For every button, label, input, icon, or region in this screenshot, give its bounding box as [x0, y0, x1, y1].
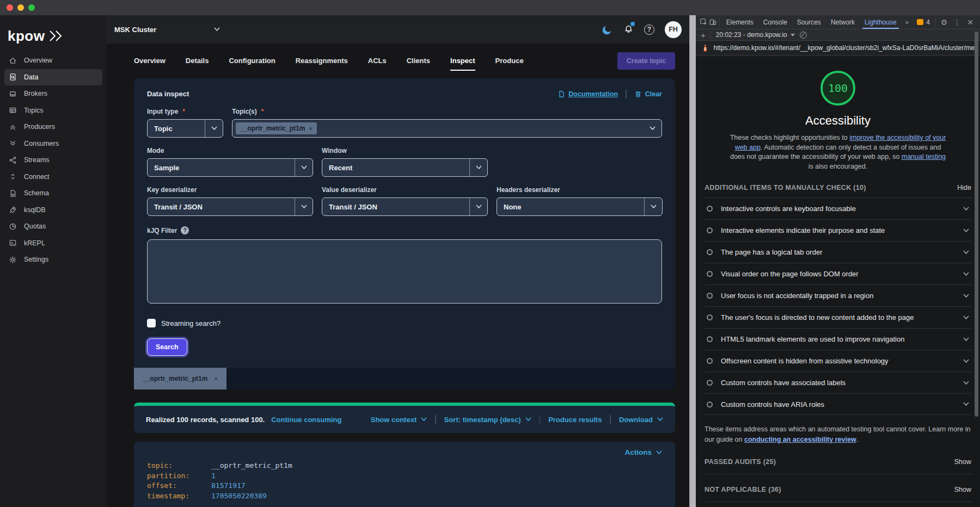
- value-deserializer-select[interactable]: Transit / JSON: [322, 197, 488, 216]
- tab-details[interactable]: Details: [186, 51, 209, 71]
- devtools-kebab-menu-icon[interactable]: ⋮: [951, 15, 964, 29]
- sidebar-item-ksqldb[interactable]: ksqlDB: [4, 202, 102, 219]
- more-tabs-chevrons[interactable]: »: [902, 15, 914, 29]
- close-result-tab-icon[interactable]: ×: [214, 375, 217, 382]
- devtools-tab-elements[interactable]: Elements: [721, 15, 758, 29]
- minimize-window-button[interactable]: [17, 4, 24, 11]
- tab-clients[interactable]: Clients: [407, 51, 430, 71]
- tab-configuration[interactable]: Configuration: [229, 51, 275, 71]
- report-session-dropdown[interactable]: 20:02:23 - demo.kpow.io: [716, 31, 795, 39]
- manual-check-row[interactable]: User focus is not accidentally trapped i…: [705, 285, 971, 306]
- sidebar-item-brokers[interactable]: Brokers: [4, 85, 102, 102]
- clear-button[interactable]: Clear: [634, 90, 662, 98]
- device-toolbar-icon[interactable]: [708, 15, 718, 29]
- notifications-bell-icon[interactable]: [623, 23, 634, 36]
- devtools-scrollbar-thumb[interactable]: [975, 32, 978, 417]
- kjq-filter-textarea[interactable]: [147, 239, 662, 304]
- tab-reassignments[interactable]: Reassignments: [296, 51, 348, 71]
- accessibility-review-link[interactable]: conducting an accessibility review: [744, 436, 856, 443]
- headers-deserializer-select[interactable]: None: [497, 197, 663, 216]
- clear-reports-icon[interactable]: [800, 32, 807, 39]
- streaming-search-checkbox[interactable]: [147, 319, 156, 327]
- tab-inspect[interactable]: Inspect: [450, 51, 475, 71]
- pie-chart-icon: [8, 222, 17, 231]
- cluster-selector[interactable]: MSK Cluster: [114, 26, 220, 34]
- sidebar-item-overview[interactable]: Overview: [4, 52, 102, 69]
- manual-check-row[interactable]: Visual order on the page follows DOM ord…: [705, 263, 971, 285]
- sidebar-item-schema[interactable]: Schema: [4, 185, 102, 202]
- issues-counter[interactable]: 4: [913, 15, 934, 29]
- chevrons-down-icon: [8, 139, 17, 148]
- new-report-plus-icon[interactable]: +: [701, 31, 706, 39]
- manual-check-hide-toggle[interactable]: Hide: [957, 184, 971, 191]
- manual-testing-link[interactable]: manual testing: [902, 153, 946, 160]
- chevron-down-icon: [476, 165, 482, 170]
- manual-check-row[interactable]: Offscreen content is hidden from assisti…: [705, 350, 971, 372]
- manual-check-section-title: ADDITIONAL ITEMS TO MANUALLY CHECK (10): [705, 184, 866, 191]
- tab-produce[interactable]: Produce: [495, 51, 524, 71]
- remove-topic-icon[interactable]: ×: [309, 125, 312, 132]
- user-avatar[interactable]: FH: [665, 21, 682, 38]
- dark-mode-moon-icon[interactable]: [602, 24, 613, 35]
- value-deserializer-label: Value deserializer: [322, 186, 377, 194]
- streaming-search-label: Streaming search?: [161, 319, 220, 327]
- tab-acls[interactable]: ACLs: [368, 51, 387, 71]
- manual-check-row[interactable]: Interactive elements indicate their purp…: [705, 219, 971, 241]
- manual-check-row[interactable]: The user's focus is directed to new cont…: [705, 306, 971, 328]
- not-applicable-title: NOT APPLICABLE (36): [705, 486, 781, 493]
- sidebar-item-consumers[interactable]: Consumers: [4, 135, 102, 152]
- sidebar-item-settings[interactable]: Settings: [4, 251, 102, 268]
- devtools-settings-gear-icon[interactable]: ⚙: [938, 15, 951, 29]
- close-window-button[interactable]: [7, 4, 13, 11]
- divider: [435, 415, 436, 424]
- not-applicable-show-toggle[interactable]: Show: [954, 486, 971, 493]
- manual-check-row[interactable]: The page has a logical tab order: [705, 241, 971, 263]
- devtools-tab-network[interactable]: Network: [826, 15, 860, 29]
- key-deserializer-select[interactable]: Transit / JSON: [147, 197, 313, 216]
- devtools-tab-console[interactable]: Console: [758, 15, 792, 29]
- manual-check-row[interactable]: HTML5 landmark elements are used to impr…: [705, 328, 971, 350]
- topics-multiselect[interactable]: __oprtr_metric_pt1m ×: [232, 119, 662, 138]
- show-context-dropdown[interactable]: Show context: [371, 416, 427, 424]
- result-topic-tab[interactable]: __oprtr_metric_pt1m ×: [134, 368, 226, 389]
- manual-check-row[interactable]: Custom controls have ARIA roles: [705, 393, 971, 415]
- download-dropdown[interactable]: Download: [619, 416, 663, 424]
- accessibility-score-gauge[interactable]: 100: [820, 71, 855, 106]
- passed-audits-show-toggle[interactable]: Show: [954, 458, 971, 466]
- devtools-tab-sources[interactable]: Sources: [792, 15, 826, 29]
- window-select[interactable]: Recent: [322, 158, 488, 177]
- chevron-down-icon: [301, 165, 307, 170]
- kjq-help-icon[interactable]: ?: [181, 226, 189, 234]
- mode-select[interactable]: Sample: [147, 158, 313, 177]
- create-topic-button[interactable]: Create topic: [617, 52, 675, 70]
- topic-tag[interactable]: __oprtr_metric_pt1m ×: [236, 122, 317, 134]
- input-type-select[interactable]: Topic: [147, 119, 223, 138]
- report-url: https://demo.kpow.io/#/tenant/__kpow_glo…: [714, 44, 975, 52]
- documentation-link[interactable]: Documentation: [558, 90, 618, 98]
- help-icon[interactable]: ?: [644, 24, 654, 35]
- record-card: Actions topic: __oprtr_metric_pt1m parti…: [134, 442, 675, 507]
- document-icon: [8, 189, 17, 197]
- manual-check-row[interactable]: Custom controls have associated labels: [705, 372, 971, 393]
- manual-check-row[interactable]: Interactive controls are keyboard focusa…: [705, 197, 971, 219]
- sidebar-item-quotas[interactable]: Quotas: [4, 218, 102, 235]
- record-actions-dropdown[interactable]: Actions: [147, 448, 662, 456]
- sidebar-item-streams[interactable]: Streams: [4, 152, 102, 169]
- sidebar-item-krepl[interactable]: kREPL: [4, 235, 102, 252]
- produce-results-link[interactable]: Produce results: [548, 416, 602, 424]
- tab-overview[interactable]: Overview: [134, 51, 166, 71]
- sidebar-item-topics[interactable]: Topics: [4, 102, 102, 119]
- sidebar-item-data[interactable]: Data: [4, 69, 102, 86]
- sidebar-item-producers[interactable]: Producers: [4, 119, 102, 135]
- search-button[interactable]: Search: [147, 338, 187, 356]
- file-search-icon: [8, 73, 17, 82]
- home-icon: [8, 56, 17, 65]
- sort-dropdown[interactable]: Sort: timestamp (desc): [444, 416, 531, 424]
- devtools-tab-lighthouse[interactable]: Lighthouse: [860, 15, 902, 29]
- inspect-element-icon[interactable]: [699, 15, 708, 29]
- page-scrollbar[interactable]: [689, 15, 696, 507]
- zoom-window-button[interactable]: [28, 4, 35, 11]
- devtools-close-icon[interactable]: ✕: [964, 15, 977, 29]
- continue-consuming-link[interactable]: Continue consuming: [271, 416, 341, 424]
- sidebar-item-connect[interactable]: Connect: [4, 169, 102, 186]
